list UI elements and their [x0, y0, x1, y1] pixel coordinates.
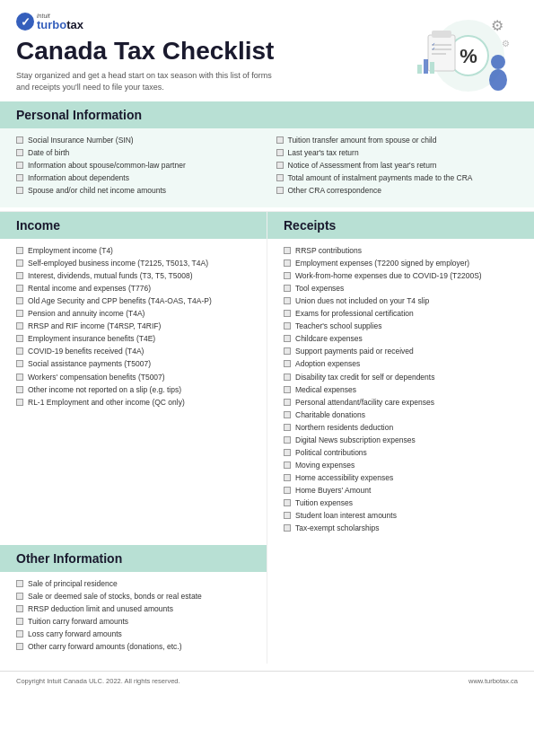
list-item: Work-from-home expenses due to COVID-19 …: [284, 271, 521, 281]
checkbox[interactable]: [16, 259, 23, 267]
item-label: RRSP deduction limit and unused amounts: [28, 604, 173, 614]
list-item: Childcare expenses: [284, 334, 521, 344]
hero-illustration: ⚙ ⚙ % ✓ ✓: [401, 13, 518, 93]
checkbox[interactable]: [16, 297, 23, 304]
checkbox[interactable]: [276, 187, 284, 194]
checkbox[interactable]: [284, 411, 291, 418]
checkbox[interactable]: [16, 187, 23, 194]
checkbox[interactable]: [284, 512, 291, 519]
list-item: Home accessibility expenses: [284, 473, 521, 483]
item-label: Employment expenses (T2200 signed by emp…: [295, 259, 469, 268]
website: www.turbotax.ca: [468, 677, 518, 685]
list-item: Support payments paid or received: [284, 347, 521, 356]
svg-text:✓: ✓: [432, 46, 435, 51]
list-item: Digital News subscription expenses: [284, 435, 521, 445]
item-label: Disability tax credit for self or depend…: [295, 373, 434, 382]
checkbox[interactable]: [284, 335, 291, 342]
checkbox[interactable]: [284, 360, 291, 367]
checkbox[interactable]: [284, 347, 291, 355]
list-item: Home Buyers' Amount: [284, 486, 521, 496]
checkbox[interactable]: [16, 643, 23, 650]
page-header: ✓ intuit turboturbotaxtax Canada Tax Che…: [0, 0, 534, 101]
checkbox[interactable]: [284, 272, 291, 279]
checkbox[interactable]: [284, 386, 291, 393]
checkbox[interactable]: [284, 474, 291, 481]
checkbox[interactable]: [16, 593, 23, 600]
item-label: Northern residents deduction: [295, 423, 393, 433]
item-label: Work-from-home expenses due to COVID-19 …: [295, 271, 482, 281]
checkbox[interactable]: [16, 605, 23, 612]
checkbox[interactable]: [284, 524, 291, 532]
list-item: Tuition transfer amount from spouse or c…: [276, 136, 519, 145]
checkbox[interactable]: [16, 162, 23, 169]
item-label: Information about dependents: [28, 173, 129, 183]
checkbox[interactable]: [16, 630, 23, 637]
checkbox[interactable]: [284, 322, 291, 330]
checkbox[interactable]: [16, 580, 23, 587]
list-item: Sale or deemed sale of stocks, bonds or …: [16, 592, 254, 602]
item-label: Interest, dividends, mutual funds (T3, T…: [28, 271, 192, 281]
checkbox[interactable]: [284, 285, 291, 292]
item-label: Tuition expenses: [295, 498, 353, 508]
item-label: Charitable donations: [295, 410, 365, 420]
hero-svg: ⚙ ⚙ % ✓ ✓: [401, 13, 518, 98]
checkbox[interactable]: [16, 386, 23, 393]
checkbox[interactable]: [284, 449, 291, 456]
checkbox[interactable]: [276, 162, 284, 169]
item-label: Tuition carry forward amounts: [28, 617, 128, 627]
checkbox[interactable]: [16, 272, 23, 279]
income-content: Employment income (T4) Self-employed bus…: [0, 239, 267, 419]
income-header: Income: [0, 212, 267, 239]
other-info-header: Other Information: [0, 545, 267, 572]
checkbox[interactable]: [16, 310, 23, 317]
checkbox[interactable]: [284, 462, 291, 469]
checkbox[interactable]: [284, 487, 291, 494]
checkbox[interactable]: [284, 499, 291, 506]
list-item: Self-employed business income (T2125, T5…: [16, 259, 254, 268]
checkbox[interactable]: [284, 424, 291, 431]
checkbox[interactable]: [16, 149, 23, 156]
list-item: Spouse and/or child net income amounts: [16, 186, 258, 196]
checkbox[interactable]: [284, 259, 291, 267]
checkbox[interactable]: [16, 360, 23, 367]
list-item: Interest, dividends, mutual funds (T3, T…: [16, 271, 254, 281]
checkbox[interactable]: [16, 174, 23, 181]
list-item: Moving expenses: [284, 461, 521, 470]
checkbox[interactable]: [16, 285, 23, 292]
checkbox[interactable]: [16, 335, 23, 342]
checkbox[interactable]: [276, 174, 284, 181]
personal-info-section: Personal Information Social Insurance Nu…: [0, 101, 534, 207]
checkbox[interactable]: [16, 618, 23, 625]
personal-info-col2: Tuition transfer amount from spouse or c…: [276, 136, 519, 198]
checkbox[interactable]: [276, 149, 284, 156]
checkbox[interactable]: [16, 136, 23, 144]
checkbox[interactable]: [16, 347, 23, 355]
item-label: Medical expenses: [295, 385, 356, 395]
list-item: Other income not reported on a slip (e.g…: [16, 385, 254, 395]
list-item: Employment income (T4): [16, 246, 254, 256]
checkbox[interactable]: [16, 247, 23, 254]
checkbox[interactable]: [284, 310, 291, 317]
checkbox[interactable]: [16, 322, 23, 330]
checkbox[interactable]: [284, 399, 291, 406]
list-item: COVID-19 benefits received (T4A): [16, 347, 254, 356]
receipts-header: Receipts: [267, 212, 534, 239]
svg-point-15: [489, 69, 507, 91]
item-label: Other income not reported on a slip (e.g…: [28, 385, 181, 395]
checkbox[interactable]: [284, 297, 291, 304]
checkbox[interactable]: [16, 374, 23, 381]
list-item: Notice of Assessment from last year's re…: [276, 161, 519, 171]
checkbox[interactable]: [284, 247, 291, 254]
page-footer: Copyright Intuit Canada ULC. 2022. All r…: [0, 671, 534, 690]
list-item: Student loan interest amounts: [284, 511, 521, 521]
list-item: Other carry forward amounts (donations, …: [16, 642, 254, 652]
checkbox[interactable]: [284, 436, 291, 444]
checkbox[interactable]: [284, 374, 291, 381]
checkbox[interactable]: [276, 136, 284, 144]
item-label: Workers' compensation benefits (T5007): [28, 373, 165, 382]
checkbox[interactable]: [16, 399, 23, 406]
income-receipts-section: Income Employment income (T4) Self-emplo…: [0, 211, 534, 545]
item-label: Home Buyers' Amount: [295, 486, 371, 496]
turbotax-label: turboturbotaxtax: [37, 19, 83, 31]
list-item: Social assistance payments (T5007): [16, 359, 254, 369]
